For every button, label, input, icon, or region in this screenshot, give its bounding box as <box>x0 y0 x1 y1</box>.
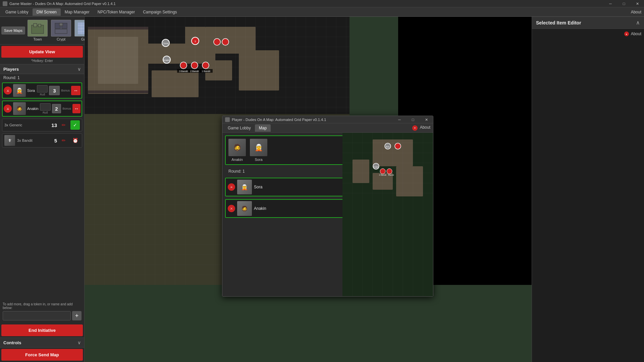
svg-text:Bandit: Bandit <box>388 174 394 176</box>
sora-roll-input[interactable] <box>37 85 48 93</box>
bandit-avatar: 🗡 <box>4 135 15 146</box>
update-view-button[interactable]: Update View <box>1 46 83 58</box>
player-status-icon: ● <box>412 125 418 131</box>
tab-map-manager[interactable]: Map Manager <box>61 8 94 16</box>
svg-text:Anakin: Anakin <box>373 166 379 168</box>
initiative-row-generic: 3x Generic 13 ✏ ✓ <box>2 119 82 131</box>
svg-text:1 Bandit: 1 Bandit <box>202 70 210 72</box>
tab-game-lobby[interactable]: Game Lobby <box>1 8 33 16</box>
svg-rect-23 <box>205 27 256 54</box>
close-button[interactable]: ✕ <box>631 0 644 7</box>
svg-text:Anakin: Anakin <box>163 59 170 61</box>
sora-name: Sora <box>27 88 36 93</box>
svg-point-132 <box>380 169 385 174</box>
map-thumb-town[interactable]: Town <box>26 19 49 42</box>
svg-point-69 <box>222 39 229 45</box>
tab-campaign-settings[interactable]: Campaign Settings <box>139 8 181 16</box>
title-text: Game Master - Dudes On A Map: Automated … <box>9 2 116 6</box>
selected-item-header: Selected Item Editor ∧ <box>532 17 644 29</box>
sora-avatar: 🧝 <box>13 84 26 97</box>
player-tab-game-lobby[interactable]: Game Lobby <box>224 124 255 132</box>
sora-player-init-icon: ⚔ <box>228 183 235 191</box>
player-tab-map[interactable]: Map <box>255 124 271 132</box>
map-thumb-town-image <box>28 20 48 37</box>
right-panel-about-area: ● About <box>532 29 644 39</box>
save-maps-button[interactable]: Save Maps <box>1 26 25 35</box>
add-input-row: + <box>3 311 82 320</box>
svg-text:3 Bandit: 3 Bandit <box>179 70 188 72</box>
bandit-edit-button[interactable]: ✏ <box>59 136 68 145</box>
players-chevron-icon: ∨ <box>77 66 81 72</box>
anakin-roll-input[interactable] <box>40 103 51 111</box>
about-button-right[interactable]: About <box>631 32 641 36</box>
players-label: Players <box>3 67 19 72</box>
add-button[interactable]: + <box>72 311 82 320</box>
svg-rect-111 <box>396 166 423 196</box>
about-button-top[interactable]: About <box>631 10 641 14</box>
anakin-bonus-label: Bonus <box>62 107 71 110</box>
anakin-avatar-image: 🧔 <box>13 102 26 115</box>
dm-map-black-right <box>398 17 532 114</box>
anakin-player-init-icon: ⚔ <box>228 205 235 212</box>
hotkey-label: *Hotkey: Enter <box>0 59 84 63</box>
controls-label: Controls <box>3 340 21 345</box>
bandit-clock-button[interactable]: ⏰ <box>70 136 80 145</box>
menu-bar: Game Lobby DM Screen Map Manager NPC/Tok… <box>0 7 644 17</box>
controls-section-header[interactable]: Controls ∨ <box>0 338 84 348</box>
sora-avatar-image: 🧝 <box>13 84 26 97</box>
map-thumbnails: Save Maps Town <box>0 17 84 45</box>
end-initiative-button[interactable]: End Initiative <box>1 324 83 336</box>
collapse-icon[interactable]: ∧ <box>636 19 640 26</box>
player-window-menu: Game Lobby Map ● About <box>222 123 433 133</box>
anakin-roll-label: Roll <box>43 111 48 114</box>
player-char-sora: 🧝 Sora <box>250 139 267 162</box>
tab-npc-token-manager[interactable]: NPC/Token Manager <box>94 8 139 16</box>
generic-check-button[interactable]: ✓ <box>70 120 80 130</box>
anakin-initiative-icon: ⚔ <box>4 105 12 113</box>
players-section-header[interactable]: Players ∨ <box>0 64 84 74</box>
bandit-name: 3x Bandit <box>17 138 52 142</box>
player-window-title-bar: Player - Dudes On A Map: Automated Grid … <box>222 116 433 123</box>
app-icon <box>3 1 7 6</box>
svg-point-129 <box>395 143 401 149</box>
svg-text:2 Bandit: 2 Bandit <box>379 174 386 176</box>
anakin-name: Anakin <box>27 107 39 111</box>
sidebar-bottom: End Initiative Controls ∨ Force Send Map <box>0 323 84 362</box>
force-send-map-button[interactable]: Force Send Map <box>1 349 83 361</box>
main-layout: Save Maps Town <box>0 17 644 362</box>
tab-dm-screen[interactable]: DM Screen <box>33 8 61 16</box>
initiative-row-anakin: ⚔ 🧔 Anakin Roll 2 Bonus ↔ <box>2 101 82 117</box>
player-about-label[interactable]: About <box>420 125 430 130</box>
anakin-bonus-value: 2 <box>52 104 61 113</box>
svg-point-72 <box>180 62 187 69</box>
add-name-input[interactable] <box>3 311 71 320</box>
player-window-icon <box>225 117 230 122</box>
controls-chevron-icon: ∨ <box>77 340 81 345</box>
player-window-minimize[interactable]: ─ <box>393 116 406 123</box>
right-panel-content: ● About <box>532 29 644 362</box>
sora-roll-bonus: Roll <box>37 85 48 96</box>
sora-player-avatar: 🧝 <box>250 139 267 156</box>
minimize-button[interactable]: ─ <box>604 0 617 7</box>
generic-score: 13 <box>51 122 57 128</box>
anakin-action-button[interactable]: ↔ <box>72 104 80 113</box>
player-window-maximize[interactable]: □ <box>406 116 420 123</box>
map-area: Sora 3 Anakin 3 Bandit 2 Bandit <box>85 17 532 362</box>
map-thumb-crypt[interactable]: Crypt <box>50 19 72 42</box>
bandit-score: 5 <box>54 138 57 143</box>
player-window-close[interactable]: ✕ <box>420 116 433 123</box>
svg-text:2 Bandit: 2 Bandit <box>190 70 199 72</box>
player-map-svg: Brik Anakin 2 Bandit Bandit <box>342 133 433 296</box>
svg-text:Brik: Brik <box>386 146 390 148</box>
anakin-player-init-avatar: 🧔 <box>237 201 252 216</box>
anakin-avatar: 🧔 <box>13 102 26 115</box>
svg-rect-28 <box>88 90 148 93</box>
maximize-button[interactable]: □ <box>617 0 631 7</box>
initiative-row-sora: ⚔ 🧝 Sora Roll 3 Bonus ↔ <box>2 82 82 99</box>
sidebar-spacer <box>0 148 84 300</box>
sora-action-button[interactable]: ↔ <box>71 86 80 95</box>
generic-edit-button[interactable]: ✏ <box>59 120 68 130</box>
sidebar: Save Maps Town <box>0 17 85 362</box>
player-window-about: ● About <box>412 125 430 131</box>
svg-rect-20 <box>98 37 138 84</box>
